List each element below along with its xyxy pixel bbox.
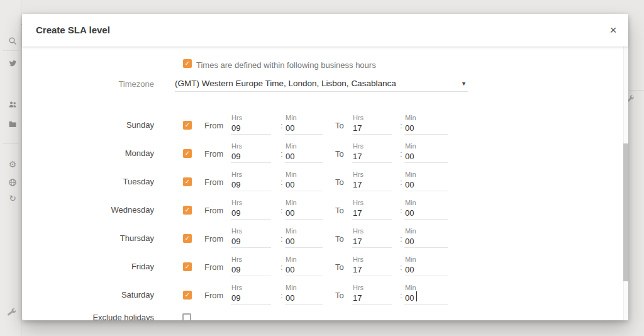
close-icon[interactable]: × — [606, 23, 621, 38]
hrs-caption: Hrs — [353, 199, 364, 206]
to-hours-input[interactable] — [352, 207, 392, 218]
from-label: From — [204, 177, 223, 187]
min-caption: Min — [286, 114, 297, 121]
checkmark-icon: ✓ — [185, 60, 190, 67]
day-rows: Sunday ✓ From Hrs : Min To Hrs : Min Mon… — [22, 112, 628, 310]
hrs-caption: Hrs — [231, 199, 242, 206]
exclude-holidays-checkbox[interactable] — [182, 313, 191, 320]
to-minutes-input[interactable] — [404, 235, 448, 247]
from-hours-input[interactable] — [231, 235, 271, 247]
checkmark-icon: ✓ — [185, 206, 190, 213]
to-hours-field: Hrs — [352, 197, 392, 220]
to-minutes-input[interactable] — [404, 150, 448, 162]
from-minutes-input[interactable] — [285, 264, 323, 275]
from-label: From — [204, 234, 223, 244]
sidebar-divider — [3, 143, 19, 144]
hrs-caption: Hrs — [231, 284, 242, 291]
to-minutes-input[interactable] — [404, 264, 448, 275]
folder-icon — [8, 120, 17, 128]
to-hours-input[interactable] — [352, 235, 392, 247]
to-hours-input[interactable] — [352, 122, 392, 133]
to-hours-input[interactable] — [352, 150, 392, 162]
time-colon: : — [280, 262, 283, 272]
day-label: Thursday — [60, 233, 154, 243]
day-row: Thursday ✓ From Hrs : Min To Hrs : Min — [22, 225, 628, 254]
hrs-caption: Hrs — [231, 142, 242, 150]
time-colon: : — [280, 149, 283, 159]
to-hours-input[interactable] — [352, 292, 392, 303]
from-hours-field: Hrs — [231, 225, 271, 248]
checkmark-icon: ✓ — [185, 291, 190, 298]
from-minutes-field: Min — [285, 282, 323, 305]
day-label: Monday — [60, 148, 154, 158]
to-minutes-input[interactable] — [404, 292, 448, 303]
from-minutes-input[interactable] — [285, 235, 323, 247]
from-hours-input[interactable] — [231, 264, 271, 275]
business-hours-checkbox[interactable]: ✓ — [183, 59, 192, 68]
to-label: To — [335, 206, 344, 215]
to-hours-field: Hrs — [352, 254, 392, 276]
to-minutes-field: Min — [404, 254, 448, 276]
from-hours-input[interactable] — [231, 122, 271, 133]
to-hours-input[interactable] — [352, 179, 392, 190]
from-hours-field: Hrs — [231, 140, 271, 163]
scrollbar-track[interactable] — [623, 47, 628, 320]
day-row: Wednesday ✓ From Hrs : Min To Hrs : Min — [22, 197, 628, 225]
min-caption: Min — [286, 227, 297, 235]
timezone-label: Timezone — [22, 79, 154, 89]
scrollbar-thumb[interactable] — [623, 143, 628, 281]
from-minutes-input[interactable] — [285, 207, 323, 218]
people-icon — [8, 100, 17, 109]
time-colon: : — [400, 234, 402, 244]
hrs-caption: Hrs — [353, 171, 364, 178]
from-hours-field: Hrs — [231, 197, 271, 220]
from-minutes-input[interactable] — [285, 150, 323, 162]
to-minutes-input[interactable] — [404, 179, 448, 190]
day-enabled-checkbox[interactable]: ✓ — [183, 291, 192, 300]
to-minutes-field: Min — [404, 169, 448, 191]
background-toolbar-edge — [629, 90, 644, 91]
to-minutes-input[interactable] — [404, 207, 448, 218]
to-minutes-input[interactable] — [404, 122, 448, 133]
from-minutes-input[interactable] — [285, 292, 323, 303]
day-row: Friday ✓ From Hrs : Min To Hrs : Min — [22, 254, 628, 282]
exclude-holidays-label: Exclude holidays — [60, 313, 154, 320]
to-label: To — [335, 149, 344, 159]
day-label: Friday — [60, 262, 154, 271]
to-hours-field: Hrs — [352, 225, 392, 248]
min-caption: Min — [405, 142, 416, 150]
to-hours-input[interactable] — [352, 264, 392, 275]
hrs-caption: Hrs — [353, 255, 364, 263]
day-enabled-checkbox[interactable]: ✓ — [183, 234, 192, 243]
from-label: From — [204, 291, 223, 300]
hrs-caption: Hrs — [231, 227, 242, 235]
time-colon: : — [400, 149, 402, 159]
sidebar-divider — [3, 50, 19, 51]
app-sidebar: ⚙ ↻ — [0, 0, 21, 336]
day-enabled-checkbox[interactable]: ✓ — [183, 149, 192, 158]
day-enabled-checkbox[interactable]: ✓ — [183, 206, 192, 215]
min-caption: Min — [405, 171, 416, 178]
gear-icon: ⚙ — [8, 160, 17, 169]
from-minutes-input[interactable] — [285, 122, 323, 133]
hrs-caption: Hrs — [231, 114, 242, 121]
day-enabled-checkbox[interactable]: ✓ — [183, 177, 192, 186]
timezone-select[interactable]: (GMT) Western Europe Time, London, Lisbo… — [175, 76, 468, 92]
hrs-caption: Hrs — [353, 284, 364, 291]
min-caption: Min — [286, 142, 297, 150]
wrench-icon — [6, 306, 18, 320]
day-enabled-checkbox[interactable]: ✓ — [183, 121, 192, 130]
from-minutes-input[interactable] — [285, 179, 323, 190]
to-hours-field: Hrs — [352, 169, 392, 191]
from-hours-input[interactable] — [231, 179, 271, 190]
day-label: Tuesday — [60, 177, 154, 186]
from-hours-input[interactable] — [231, 150, 271, 162]
hrs-caption: Hrs — [353, 114, 364, 121]
from-hours-input[interactable] — [231, 207, 271, 218]
to-minutes-field: Min — [404, 112, 448, 135]
checkmark-icon: ✓ — [185, 121, 190, 128]
from-hours-input[interactable] — [231, 292, 271, 303]
day-enabled-checkbox[interactable]: ✓ — [183, 262, 192, 271]
from-hours-field: Hrs — [231, 169, 271, 191]
hrs-caption: Hrs — [353, 142, 364, 150]
